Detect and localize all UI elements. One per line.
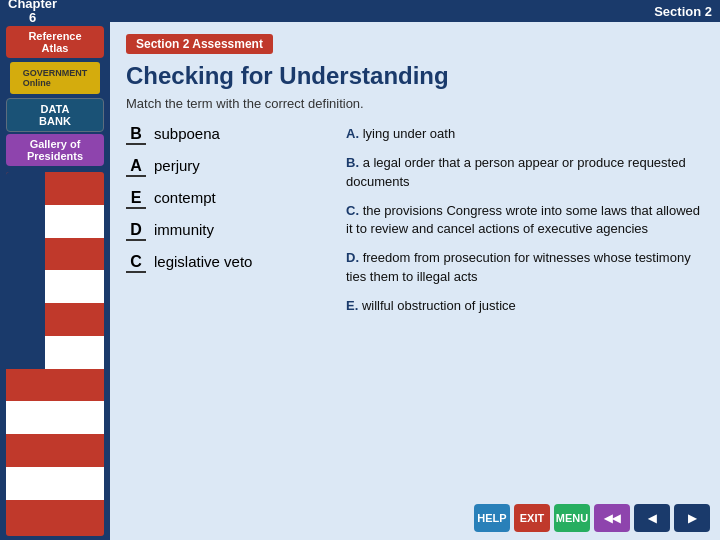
match-letter-b: B bbox=[126, 125, 146, 145]
subtitle: Match the term with the correct definiti… bbox=[126, 96, 704, 111]
bottom-nav: HELP EXIT MENU ◀◀ ◀ ▶ bbox=[474, 504, 710, 532]
match-word-immunity: immunity bbox=[154, 221, 214, 238]
content-area: B subpoena A perjury E contempt D immuni… bbox=[126, 125, 704, 326]
def-label-b: B. bbox=[346, 155, 359, 170]
sidebar-item-data-bank[interactable]: DATABANK bbox=[6, 98, 104, 132]
section-badge: Section 2 Assessment bbox=[126, 34, 273, 54]
match-letter-e: E bbox=[126, 189, 146, 209]
match-letter-c: C bbox=[126, 253, 146, 273]
flag-decoration bbox=[6, 172, 104, 536]
def-text-e: willful obstruction of justice bbox=[362, 298, 516, 313]
definition-d: D. freedom from prosecution for witnesse… bbox=[346, 249, 704, 287]
match-word-subpoena: subpoena bbox=[154, 125, 220, 142]
list-item: B subpoena bbox=[126, 125, 326, 145]
list-item: E contempt bbox=[126, 189, 326, 209]
flag-canton bbox=[6, 172, 45, 369]
def-text-d: freedom from prosecution for witnesses w… bbox=[346, 250, 691, 284]
match-word-perjury: perjury bbox=[154, 157, 200, 174]
definition-e: E. willful obstruction of justice bbox=[346, 297, 704, 316]
section-label: Section 2 bbox=[654, 4, 712, 19]
match-word-contempt: contempt bbox=[154, 189, 216, 206]
list-item: C legislative veto bbox=[126, 253, 326, 273]
def-text-a: lying under oath bbox=[363, 126, 456, 141]
page-title: Checking for Understanding bbox=[126, 62, 704, 90]
def-text-b: a legal order that a person appear or pr… bbox=[346, 155, 686, 189]
def-label-a: A. bbox=[346, 126, 359, 141]
def-label-d: D. bbox=[346, 250, 359, 265]
definition-a: A. lying under oath bbox=[346, 125, 704, 144]
main-content: Section 2 Assessment Checking for Unders… bbox=[110, 22, 720, 540]
sidebar-item-reference[interactable]: ReferenceAtlas bbox=[6, 26, 104, 58]
def-label-c: C. bbox=[346, 203, 359, 218]
exit-button[interactable]: EXIT bbox=[514, 504, 550, 532]
def-text-c: the provisions Congress wrote into some … bbox=[346, 203, 700, 237]
list-item: D immunity bbox=[126, 221, 326, 241]
next-button[interactable]: ▶ bbox=[674, 504, 710, 532]
sidebar-item-gallery[interactable]: Gallery ofPresidents bbox=[6, 134, 104, 166]
list-item: A perjury bbox=[126, 157, 326, 177]
match-letter-a: A bbox=[126, 157, 146, 177]
sidebar-government-logo[interactable]: GOVERNMENTOnline bbox=[10, 62, 100, 94]
top-bar: Chapter 6 Section 2 bbox=[0, 0, 720, 22]
sidebar: ReferenceAtlas GOVERNMENTOnline DATABANK… bbox=[0, 22, 110, 540]
definition-b: B. a legal order that a person appear or… bbox=[346, 154, 704, 192]
definitions-list: A. lying under oath B. a legal order tha… bbox=[346, 125, 704, 326]
help-button[interactable]: HELP bbox=[474, 504, 510, 532]
prev-prev-button[interactable]: ◀◀ bbox=[594, 504, 630, 532]
def-label-e: E. bbox=[346, 298, 358, 313]
definition-c: C. the provisions Congress wrote into so… bbox=[346, 202, 704, 240]
back-button[interactable]: ◀ bbox=[634, 504, 670, 532]
match-list: B subpoena A perjury E contempt D immuni… bbox=[126, 125, 326, 326]
match-letter-d: D bbox=[126, 221, 146, 241]
match-word-legislative-veto: legislative veto bbox=[154, 253, 252, 270]
menu-button[interactable]: MENU bbox=[554, 504, 590, 532]
